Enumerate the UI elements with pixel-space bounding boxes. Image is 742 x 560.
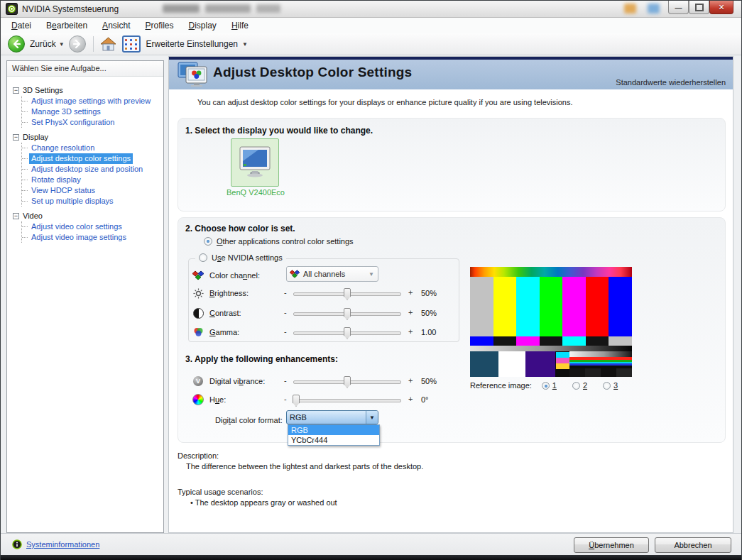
menu-ansicht[interactable]: Ansicht <box>102 21 130 31</box>
digital-color-format-select[interactable]: RGB ▼ <box>286 410 378 424</box>
reference-image-row: Reference image: 1 2 3 <box>470 381 633 390</box>
color-bars <box>470 277 632 336</box>
page-title: Adjust Desktop Color Settings <box>213 65 412 80</box>
advanced-settings-icon[interactable] <box>122 35 141 53</box>
collapse-icon[interactable]: − <box>13 87 19 94</box>
page-intro: You can adjust desktop color settings fo… <box>197 98 573 106</box>
hue-value: 0° <box>421 395 429 404</box>
hue-slider-thumb[interactable] <box>293 395 300 407</box>
redacted-text <box>163 4 200 13</box>
hue-slider-track[interactable] <box>293 399 401 402</box>
menu-datei[interactable]: Datei <box>11 21 31 31</box>
menu-profiles[interactable]: Profiles <box>145 21 173 31</box>
combo-dropdown-button[interactable]: ▼ <box>366 411 378 424</box>
tree-item-change-resolution[interactable]: Change resolution <box>29 143 97 153</box>
tree-item-set-physx-configuration[interactable]: Set PhysX configuration <box>29 117 116 128</box>
tree-section-3d-settings: − 3D Settings <box>13 86 162 94</box>
home-icon[interactable] <box>100 37 116 52</box>
menu-bar: Datei Bearbeiten Ansicht Profiles Displa… <box>1 18 741 34</box>
system-information-link[interactable]: Systeminformationen <box>12 539 99 549</box>
display-name-label: BenQ V2400Eco <box>202 188 309 197</box>
gamma-icon <box>192 326 204 338</box>
redacted-text <box>256 4 280 13</box>
tree-section-label[interactable]: Display <box>23 133 48 141</box>
dropdown-option-ycbcr444[interactable]: YCbCr444 <box>288 435 379 445</box>
step1-heading: 1. Select the display you would like to … <box>185 126 373 136</box>
rgb-lines <box>569 351 632 366</box>
tree-item-set-up-multiple-displays[interactable]: Set up multiple displays <box>29 196 116 207</box>
close-button[interactable]: ✕ <box>709 1 733 14</box>
description-body: The difference between the lightest and … <box>186 462 423 471</box>
chevron-down-icon: ▼ <box>369 271 374 278</box>
reference-option-1[interactable]: 1 <box>542 381 557 390</box>
collapse-icon[interactable]: − <box>13 134 19 141</box>
display-tile-benq[interactable] <box>231 138 279 187</box>
restore-defaults-link[interactable]: Standardwerte wiederherstellen <box>616 78 726 87</box>
tree-children: Change resolution Adjust desktop color s… <box>21 143 162 207</box>
maximize-button[interactable] <box>689 1 709 14</box>
tree-item-manage-3d-settings[interactable]: Manage 3D settings <box>29 106 103 117</box>
pattern-bottom-row <box>470 351 632 377</box>
close-icon: ✕ <box>718 3 724 12</box>
radio-use-nvidia-settings[interactable]: Use NVIDIA settings <box>195 253 286 262</box>
tree-item-rotate-display[interactable]: Rotate display <box>29 175 83 185</box>
toolbar: Zurück ▼ Erweiterte Einstellungen ▼ <box>1 33 741 55</box>
redacted-icon <box>648 4 660 13</box>
chevron-down-icon: ▼ <box>369 414 375 421</box>
brightness-icon <box>192 287 204 299</box>
monitor-icon <box>236 144 273 181</box>
tree-item-adjust-desktop-color-settings[interactable]: Adjust desktop color settings <box>29 153 133 164</box>
brightness-row: Brightness: - + 50% <box>192 287 457 301</box>
step3-heading: 3. Apply the following enhancements: <box>185 354 338 364</box>
back-button[interactable] <box>8 35 25 53</box>
radio-other-applications[interactable]: Other applications control color setting… <box>204 237 354 246</box>
back-label[interactable]: Zurück <box>30 39 56 49</box>
tree-item-adjust-video-image-settings[interactable]: Adjust video image settings <box>29 232 129 243</box>
forward-button[interactable] <box>69 35 86 53</box>
minimize-icon: — <box>675 6 682 11</box>
tree-item-view-hdcp-status[interactable]: View HDCP status <box>29 185 97 196</box>
tree-section-label[interactable]: Video <box>23 212 43 220</box>
tree-item-adjust-image-settings-with-preview[interactable]: Adjust image settings with preview <box>29 96 153 106</box>
reference-option-2[interactable]: 2 <box>572 381 587 390</box>
tree-section-label[interactable]: 3D Settings <box>23 86 63 94</box>
tree-item-adjust-video-color-settings[interactable]: Adjust video color settings <box>29 221 124 232</box>
contrast-slider-track <box>293 312 401 316</box>
reference-image <box>470 267 632 377</box>
radio-unselected-icon <box>603 382 611 390</box>
task-panel-header: Wählen Sie eine Aufgabe... <box>7 61 163 77</box>
menu-hilfe[interactable]: Hilfe <box>231 21 249 31</box>
small-color-bars <box>470 336 632 346</box>
brightness-slider-track <box>293 292 401 296</box>
gamma-slider-track <box>293 331 401 335</box>
slider-minus-label: - <box>284 376 287 385</box>
window-title: NVIDIA Systemsteuerung <box>22 4 119 14</box>
digital-vibrance-slider-thumb[interactable] <box>344 376 351 388</box>
advanced-settings-dropdown-icon[interactable]: ▼ <box>242 41 248 48</box>
collapse-icon[interactable]: − <box>13 213 19 219</box>
footer-bar: Systeminformationen Übernehmen Abbrechen <box>1 533 741 556</box>
tree-item-adjust-desktop-size-and-position[interactable]: Adjust desktop size and position <box>29 164 145 175</box>
menu-bearbeiten[interactable]: Bearbeiten <box>46 21 87 31</box>
color-channel-icon <box>290 270 300 278</box>
digital-vibrance-slider-track[interactable] <box>293 380 401 384</box>
back-dropdown-icon[interactable]: ▼ <box>59 41 65 48</box>
digital-color-format-value: RGB <box>290 413 307 422</box>
slider-minus-label: - <box>284 288 287 297</box>
usage-heading: Typical usage scenarios: <box>178 488 263 496</box>
apply-button[interactable]: Übernehmen <box>574 537 649 553</box>
description-heading: Description: <box>178 451 219 460</box>
slider-plus-label: + <box>408 327 413 336</box>
task-tree: − 3D Settings Adjust image settings with… <box>7 77 163 243</box>
step2-heading: 2. Choose how color is set. <box>185 224 295 234</box>
slider-plus-label: + <box>408 308 413 317</box>
cancel-button[interactable]: Abbrechen <box>655 537 731 553</box>
menu-display[interactable]: Display <box>189 21 217 31</box>
dropdown-option-rgb[interactable]: RGB <box>288 425 379 435</box>
rainbow-gradient-strip <box>470 267 632 277</box>
minimize-button[interactable]: — <box>668 1 689 14</box>
reference-option-3[interactable]: 3 <box>603 381 618 390</box>
advanced-settings-label[interactable]: Erweiterte Einstellungen <box>146 39 238 49</box>
toolbar-separator <box>93 36 94 52</box>
digital-vibrance-icon: V <box>192 375 204 387</box>
